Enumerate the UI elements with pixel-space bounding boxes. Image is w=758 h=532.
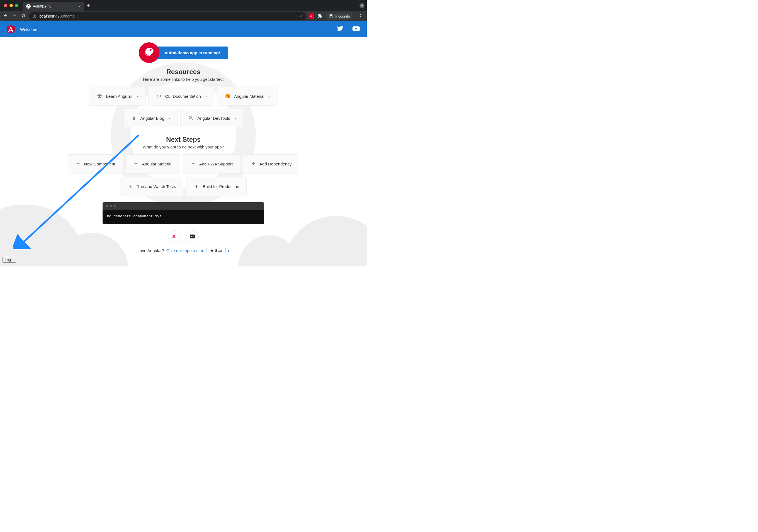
- arrow-left-icon: [3, 13, 8, 18]
- card-label: Angular DevTools: [197, 116, 230, 120]
- plus-icon: +: [190, 161, 196, 167]
- window-close-icon[interactable]: [4, 4, 7, 7]
- plus-icon: +: [133, 161, 139, 167]
- terminal-command: ng generate component xyz: [103, 210, 264, 224]
- next-card-new-component[interactable]: + New Component: [68, 154, 123, 174]
- page-title: Welcome: [20, 27, 37, 32]
- angular-devtools-extension-icon[interactable]: A: [308, 14, 314, 19]
- graduation-cap-icon: [96, 93, 103, 99]
- page-body: auth0-demo app is running! Resources Her…: [0, 37, 367, 266]
- card-label: New Component: [84, 162, 115, 166]
- card-label: Build for Production: [203, 184, 239, 189]
- code-icon: [156, 93, 162, 99]
- bookmark-star-icon[interactable]: ☆: [299, 14, 303, 19]
- site-info-icon[interactable]: [32, 14, 37, 18]
- terminal-dot-icon: [114, 205, 116, 207]
- resource-card-cli-docs[interactable]: CLI Documentation ›: [148, 86, 214, 106]
- material-icon: [224, 93, 231, 99]
- resource-card-material[interactable]: Angular Material ›: [217, 86, 278, 106]
- terminal-panel: ng generate component xyz: [103, 202, 264, 224]
- hero-banner-text: auth0-demo app is running!: [148, 47, 228, 59]
- resources-subtitle: Here are some links to help you get star…: [0, 77, 367, 82]
- arrow-right-icon: [12, 13, 17, 18]
- fire-icon: [131, 115, 137, 121]
- chevron-right-icon: ›: [205, 94, 207, 98]
- svg-rect-1: [34, 16, 35, 17]
- next-steps-heading: Next Steps: [0, 136, 367, 144]
- star-icon: ★: [210, 249, 214, 252]
- chevron-right-icon: ›: [228, 248, 229, 253]
- window-zoom-icon[interactable]: [15, 4, 18, 7]
- header-social-links: [337, 25, 360, 34]
- card-label: Run and Watch Tests: [137, 184, 176, 189]
- card-label: CLI Documentation: [165, 94, 201, 99]
- discord-icon: [189, 233, 196, 240]
- next-card-material[interactable]: + Angular Material: [126, 154, 180, 174]
- youtube-icon[interactable]: [352, 25, 360, 34]
- svg-point-10: [191, 236, 192, 237]
- card-label: Add PWA Support: [199, 162, 233, 166]
- meetup-link[interactable]: [168, 230, 181, 243]
- chevron-right-icon: ›: [269, 94, 270, 98]
- nav-reload-button[interactable]: [20, 14, 27, 19]
- nav-forward-button[interactable]: [11, 13, 18, 19]
- resource-card-learn-angular[interactable]: Learn Angular ›: [89, 86, 145, 106]
- chevron-down-icon: [361, 4, 363, 7]
- next-card-build[interactable]: + Build for Production: [186, 177, 247, 196]
- browser-toolbar: localhost:4200/home ☆ A Incognito ⋮: [0, 11, 367, 21]
- plus-icon: +: [75, 161, 81, 167]
- terminal-dot-icon: [106, 205, 108, 207]
- window-controls: [4, 4, 18, 7]
- browser-tab-strip: A Auth0Demo × +: [0, 0, 367, 11]
- resource-card-blog[interactable]: Angular Blog ›: [123, 109, 178, 127]
- twitter-icon[interactable]: [337, 25, 344, 34]
- tab-favicon-icon: A: [26, 4, 31, 9]
- url-host: localhost:4200/home: [39, 14, 75, 18]
- terminal-header: [103, 202, 264, 210]
- footer-love-line: Love Angular? Give our repo a star. ★ St…: [0, 247, 367, 254]
- star-label: Star: [215, 249, 222, 252]
- browser-menu-button[interactable]: ⋮: [356, 13, 364, 19]
- next-steps-subtitle: What do you want to do next with your ap…: [0, 145, 367, 149]
- plus-icon: +: [194, 183, 199, 190]
- resources-heading: Resources: [0, 68, 367, 76]
- magnify-icon: [188, 115, 194, 121]
- star-button[interactable]: ★ Star: [206, 247, 226, 254]
- plus-icon: +: [251, 161, 256, 167]
- svg-point-11: [192, 236, 193, 237]
- tab-title: Auth0Demo: [33, 5, 51, 8]
- repo-star-link[interactable]: Give our repo a star.: [166, 248, 204, 253]
- nav-back-button[interactable]: [2, 13, 9, 19]
- incognito-badge[interactable]: Incognito: [326, 13, 353, 19]
- extensions-puzzle-icon[interactable]: [317, 14, 323, 19]
- tab-list-button[interactable]: [360, 3, 364, 8]
- browser-tab[interactable]: A Auth0Demo ×: [23, 2, 84, 11]
- window-minimize-icon[interactable]: [10, 4, 13, 7]
- next-card-pwa[interactable]: + Add PWA Support: [183, 154, 240, 174]
- angular-logo-icon: [7, 25, 15, 34]
- chevron-right-icon: ›: [169, 116, 170, 120]
- card-label: Add Dependency: [259, 162, 292, 166]
- incognito-icon: [328, 14, 333, 19]
- discord-link[interactable]: [186, 230, 199, 243]
- card-label: Angular Material: [234, 94, 264, 99]
- reload-icon: [21, 14, 26, 18]
- next-card-tests[interactable]: + Run and Watch Tests: [120, 177, 184, 196]
- card-label: Learn Angular: [106, 94, 132, 99]
- hero-banner: auth0-demo app is running!: [0, 42, 367, 63]
- incognito-label: Incognito: [335, 14, 350, 18]
- next-card-dependency[interactable]: + Add Dependency: [243, 154, 299, 174]
- meetup-icon: [171, 233, 178, 240]
- chevron-right-icon: ›: [137, 94, 138, 98]
- tab-close-icon[interactable]: ×: [79, 4, 81, 9]
- address-bar[interactable]: localhost:4200/home ☆: [29, 12, 306, 20]
- chevron-right-icon: ›: [235, 116, 236, 120]
- love-prefix: Love Angular?: [137, 248, 164, 253]
- extension-icons: A Incognito: [308, 13, 353, 19]
- rocket-icon: [139, 42, 159, 63]
- login-label: Login: [5, 258, 14, 262]
- new-tab-button[interactable]: +: [87, 3, 90, 9]
- login-button[interactable]: Login: [2, 257, 16, 263]
- resource-card-devtools[interactable]: Angular DevTools ›: [180, 109, 243, 127]
- terminal-dot-icon: [110, 205, 112, 207]
